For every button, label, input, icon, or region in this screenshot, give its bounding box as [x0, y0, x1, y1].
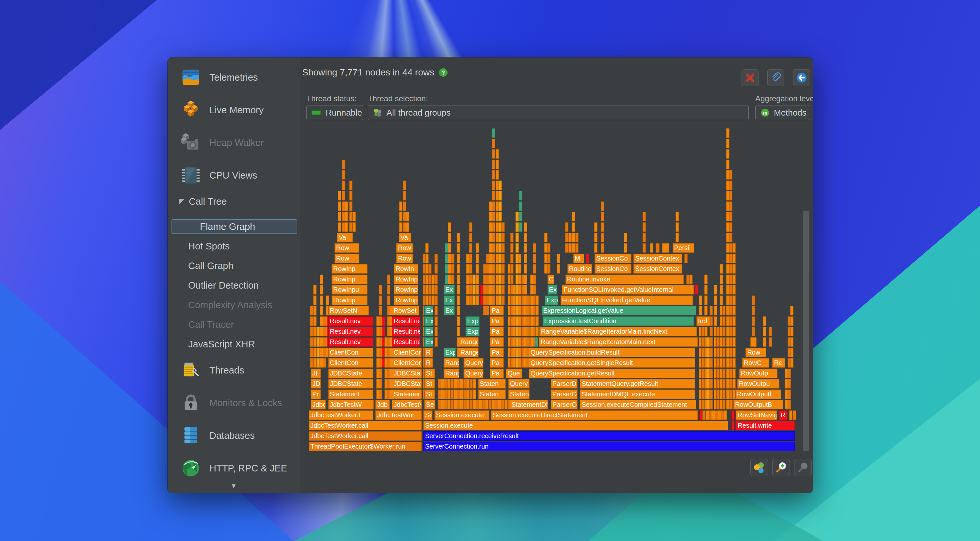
- flame-bar-statemer[interactable]: Statemer: [392, 390, 422, 399]
- flame-bar[interactable]: [349, 201, 353, 211]
- flame-bar[interactable]: [726, 358, 729, 368]
- flame-bar[interactable]: [342, 191, 345, 200]
- flame-bar[interactable]: [457, 316, 460, 326]
- flame-bar-staten[interactable]: Staten: [478, 379, 506, 389]
- flame-bar[interactable]: [732, 295, 736, 305]
- flame-bar-st[interactable]: St: [424, 369, 435, 378]
- flame-bar-rowinp[interactable]: RowInp: [394, 285, 418, 295]
- flame-bar[interactable]: [729, 337, 732, 347]
- flame-bar[interactable]: [403, 181, 406, 190]
- flame-bar[interactable]: [726, 348, 729, 357]
- flame-bar[interactable]: [434, 254, 438, 263]
- flame-bar[interactable]: [501, 264, 505, 274]
- flame-bar[interactable]: [469, 243, 473, 253]
- sidebar-item-cpu-views[interactable]: CPU Views: [167, 159, 300, 192]
- flame-bar[interactable]: [342, 222, 345, 232]
- flame-bar[interactable]: [726, 170, 729, 179]
- flame-bar[interactable]: [722, 316, 725, 326]
- flame-bar-va[interactable]: Va: [337, 233, 353, 242]
- flame-bar-serverconnection-receiveresult[interactable]: ServerConnection.receiveResult: [423, 431, 795, 441]
- flame-bar[interactable]: [496, 149, 499, 159]
- flame-bar[interactable]: [342, 160, 345, 169]
- flame-bar[interactable]: [732, 358, 736, 368]
- flame-bar[interactable]: [469, 274, 473, 284]
- flame-bar[interactable]: [726, 327, 729, 336]
- flame-bar-ind[interactable]: Ind: [697, 316, 711, 326]
- flame-bar[interactable]: [720, 295, 723, 305]
- flame-bar[interactable]: [726, 274, 729, 284]
- flame-bar-session-executedirectstatement[interactable]: Session.executeDirectStatement: [491, 410, 697, 420]
- flame-bar[interactable]: [789, 410, 792, 420]
- flame-bar[interactable]: [457, 379, 460, 389]
- flame-bar[interactable]: [726, 379, 729, 389]
- flame-bar[interactable]: [518, 295, 521, 305]
- flame-bar[interactable]: [729, 316, 732, 326]
- flame-bar[interactable]: [594, 222, 598, 232]
- flame-bar[interactable]: [482, 400, 485, 409]
- flame-bar[interactable]: [716, 337, 720, 347]
- flame-bar[interactable]: [720, 274, 723, 284]
- flame-bar[interactable]: [454, 379, 457, 389]
- flame-bar[interactable]: [729, 306, 732, 316]
- flame-bar-functionsqlinvoked-getvalue[interactable]: FunctionSQLInvoked.getValue: [560, 295, 693, 305]
- sidebar-item-databases[interactable]: Databases: [167, 419, 300, 452]
- flame-bar[interactable]: [441, 379, 444, 389]
- flame-bar[interactable]: [473, 274, 476, 284]
- flame-bar[interactable]: [752, 306, 755, 316]
- flame-bar-query[interactable]: Query: [463, 358, 484, 368]
- flame-bar-pr[interactable]: Pr: [311, 390, 321, 399]
- flame-bar[interactable]: [732, 379, 736, 389]
- flame-bar[interactable]: [460, 390, 463, 399]
- flame-bar[interactable]: [565, 243, 568, 253]
- flame-bar[interactable]: [716, 379, 720, 389]
- flame-bar[interactable]: [342, 170, 345, 179]
- flame-bar[interactable]: [428, 295, 431, 305]
- flame-bar-rowc[interactable]: RowC: [742, 358, 769, 368]
- flame-bar[interactable]: [317, 358, 320, 368]
- flame-bar-r[interactable]: R: [424, 358, 433, 368]
- flame-bar[interactable]: [732, 316, 736, 326]
- flame-bar[interactable]: [729, 327, 732, 336]
- thread-selection-dropdown[interactable]: All thread groups: [368, 105, 749, 120]
- flame-bar[interactable]: [790, 306, 794, 316]
- flame-bar[interactable]: [722, 337, 725, 347]
- flame-bar[interactable]: [466, 390, 469, 399]
- flame-bar[interactable]: [524, 254, 527, 263]
- flame-bar[interactable]: [714, 316, 717, 326]
- flame-bar[interactable]: [320, 295, 323, 305]
- flame-bar[interactable]: [501, 295, 505, 305]
- flame-bar[interactable]: [704, 274, 708, 284]
- flame-bar[interactable]: [434, 274, 438, 284]
- flame-bar[interactable]: [601, 201, 604, 211]
- flame-bar-queryspecification-getsingleresult[interactable]: QuerySpecification.getSingleResult: [529, 358, 695, 368]
- flame-bar[interactable]: [768, 337, 772, 347]
- flame-bar[interactable]: [466, 379, 469, 389]
- flame-bar[interactable]: [444, 390, 447, 399]
- flame-bar[interactable]: [568, 233, 572, 242]
- flame-bar-statement[interactable]: Statement: [328, 390, 373, 399]
- flame-bar[interactable]: [720, 264, 723, 274]
- flame-bar-rang[interactable]: Rang: [444, 369, 459, 378]
- flame-bar[interactable]: [518, 254, 521, 263]
- flame-bar[interactable]: [379, 285, 382, 295]
- flame-bar-sessionco[interactable]: SessionCo: [595, 264, 632, 274]
- flame-bar-rowoutp[interactable]: RowOutp: [739, 369, 778, 378]
- flame-bar[interactable]: [790, 337, 794, 347]
- flame-bar-row[interactable]: Row: [334, 254, 360, 263]
- flame-bar[interactable]: [403, 201, 406, 211]
- flame-bar-queryspecification-buildresult[interactable]: QuerySpecification.buildResult: [529, 348, 695, 357]
- flame-bar[interactable]: [399, 222, 402, 232]
- flame-bar-clientcor[interactable]: ClientCor: [392, 358, 422, 368]
- flame-bar[interactable]: [492, 170, 495, 179]
- flame-bar[interactable]: [726, 129, 729, 138]
- flame-bar[interactable]: [722, 369, 725, 378]
- flame-bar[interactable]: [345, 222, 348, 232]
- flame-bar[interactable]: [726, 295, 729, 305]
- flame-bar-ex[interactable]: Ex: [444, 295, 455, 305]
- flame-bar[interactable]: [496, 201, 499, 211]
- flame-bar[interactable]: [379, 379, 382, 389]
- flame-bar-rowoutpu[interactable]: RowOutpu: [737, 379, 779, 389]
- flame-bar[interactable]: [320, 306, 323, 316]
- flame-bar-m[interactable]: M: [573, 254, 584, 263]
- flame-bar-result-nev[interactable]: Result.nev: [328, 327, 373, 336]
